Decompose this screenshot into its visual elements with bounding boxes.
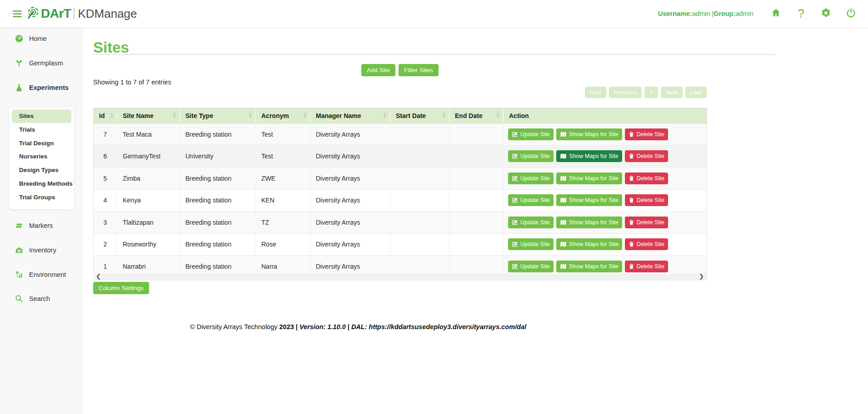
sidebar-item-home[interactable]: Home <box>15 34 47 44</box>
pagination-1[interactable]: 1 <box>644 87 658 98</box>
cell-action: Update SiteShow Maps for SiteDelete Site <box>504 189 707 212</box>
experiments-submenu: SitesTrialsTrial DesignNurseriesDesign T… <box>9 107 74 209</box>
sidebar-item-experiments[interactable]: Experiments <box>15 83 69 93</box>
topbar: DArT KDManage Username:admin |Group:admi… <box>0 0 868 28</box>
column-header-end-date[interactable]: End Date <box>449 108 504 123</box>
cell-acronym: KEN <box>256 189 310 212</box>
column-header-site-name[interactable]: Site Name <box>117 108 180 123</box>
cell-manager-name: Diversity Arrays <box>310 168 390 190</box>
user-info: Username:admin |Group:admin <box>658 10 753 17</box>
column-header-site-type[interactable]: Site Type <box>180 108 256 123</box>
cell-site-name: Tlaltizapan <box>117 212 180 234</box>
cell-site-type: Breeding station <box>180 212 256 234</box>
sidebar-subitem-trial-design[interactable]: Trial Design <box>9 137 74 150</box>
sort-icon <box>303 113 307 118</box>
add-site-button[interactable]: Add Site <box>361 64 395 76</box>
update-site-button[interactable]: Update Site <box>508 238 554 250</box>
show-maps-button[interactable]: Show Maps for Site <box>556 238 622 250</box>
settings-icon[interactable] <box>813 8 838 20</box>
column-header-label: Site Type <box>185 112 213 119</box>
toolbar: Add Site Filter Sites <box>93 64 707 76</box>
sidebar-item-markers[interactable]: Markers <box>15 221 53 231</box>
title-divider <box>93 54 775 55</box>
column-header-label: Start Date <box>396 112 426 119</box>
pagination-next[interactable]: Next <box>661 87 683 98</box>
sidebar-nav: SitesTrialsTrial DesignNurseriesDesign T… <box>0 27 84 414</box>
cell-id: 4 <box>94 189 117 212</box>
delete-site-button[interactable]: Delete Site <box>625 217 668 228</box>
pagination: FirstPrevious1NextLast <box>93 87 707 98</box>
markers-icon <box>15 222 23 230</box>
delete-site-button[interactable]: Delete Site <box>625 238 668 250</box>
cell-end-date <box>449 189 504 212</box>
table-row: 5ZimbaBreeding stationZWEDiversity Array… <box>94 168 707 190</box>
cell-site-type: Breeding station <box>180 233 256 256</box>
update-site-button[interactable]: Update Site <box>508 128 554 140</box>
cell-id: 2 <box>94 233 117 256</box>
cell-manager-name: Diversity Arrays <box>310 212 390 234</box>
cell-id: 5 <box>94 168 117 190</box>
sort-icon <box>496 113 500 118</box>
footer-segment: 2023 <box>279 323 294 330</box>
show-maps-button[interactable]: Show Maps for Site <box>556 261 622 272</box>
cell-start-date <box>390 145 449 168</box>
scroll-left-icon[interactable]: ❮ <box>96 273 101 280</box>
update-site-button[interactable]: Update Site <box>508 172 554 184</box>
update-site-button[interactable]: Update Site <box>508 150 554 162</box>
user-separator: | <box>710 10 713 17</box>
power-icon[interactable] <box>838 8 863 20</box>
sidebar-subitem-trials[interactable]: Trials <box>9 123 74 137</box>
cell-action: Update SiteShow Maps for SiteDelete Site <box>504 168 707 190</box>
cell-start-date <box>390 123 449 146</box>
delete-site-button[interactable]: Delete Site <box>625 128 668 140</box>
column-header-manager-name[interactable]: Manager Name <box>310 108 390 123</box>
sidebar-item-label: Germplasm <box>29 59 63 67</box>
sidebar-subitem-design-types[interactable]: Design Types <box>9 163 74 177</box>
pagination-first[interactable]: First <box>585 87 606 98</box>
show-maps-button[interactable]: Show Maps for Site <box>556 150 622 162</box>
sidebar-item-search[interactable]: Search <box>15 294 50 304</box>
sidebar-subitem-breeding-methods[interactable]: Breeding Methods <box>9 177 74 191</box>
column-header-acronym[interactable]: Acronym <box>256 108 310 123</box>
cell-site-name: Test Maca <box>117 123 180 146</box>
cell-end-date <box>449 168 504 190</box>
pagination-last[interactable]: Last <box>685 87 707 98</box>
cell-site-name: GermanyTest <box>117 145 180 168</box>
cell-acronym: TZ <box>256 212 310 234</box>
delete-site-button[interactable]: Delete Site <box>625 194 668 206</box>
horizontal-scrollbar[interactable]: ❮ ❯ <box>93 274 707 281</box>
show-maps-button[interactable]: Show Maps for Site <box>556 172 622 184</box>
help-icon[interactable]: ? <box>788 8 813 20</box>
scroll-right-icon[interactable]: ❯ <box>699 273 704 280</box>
sidebar-item-germplasm[interactable]: Germplasm <box>15 58 63 68</box>
column-header-start-date[interactable]: Start Date <box>390 108 449 123</box>
show-maps-button[interactable]: Show Maps for Site <box>556 194 622 206</box>
filter-sites-button[interactable]: Filter Sites <box>399 64 439 76</box>
update-site-button[interactable]: Update Site <box>508 194 554 206</box>
sidebar-subitem-trial-groups[interactable]: Trial Groups <box>9 191 74 204</box>
show-maps-button[interactable]: Show Maps for Site <box>556 128 622 140</box>
delete-site-button[interactable]: Delete Site <box>625 172 668 184</box>
cell-end-date <box>449 212 504 234</box>
menu-toggle-icon[interactable] <box>13 9 22 19</box>
cell-id: 6 <box>94 145 117 168</box>
brand-logo[interactable]: DArT KDManage <box>26 6 137 21</box>
pagination-previous[interactable]: Previous <box>609 87 642 98</box>
sidebar-subitem-sites[interactable]: Sites <box>12 109 71 123</box>
sidebar-item-environment[interactable]: Environment <box>15 270 66 280</box>
column-settings-button[interactable]: Column Settings <box>93 282 149 294</box>
show-maps-button[interactable]: Show Maps for Site <box>556 217 622 228</box>
group-value: admin <box>736 10 754 17</box>
cell-manager-name: Diversity Arrays <box>310 189 390 212</box>
delete-site-button[interactable]: Delete Site <box>625 150 668 162</box>
delete-site-button[interactable]: Delete Site <box>625 261 668 272</box>
column-header-id[interactable]: Id <box>94 108 117 123</box>
sidebar-subitem-nurseries[interactable]: Nurseries <box>9 150 74 163</box>
home-icon[interactable] <box>763 8 788 20</box>
update-site-button[interactable]: Update Site <box>508 217 554 228</box>
update-site-button[interactable]: Update Site <box>508 261 554 272</box>
sidebar-item-label: Inventory <box>29 246 56 254</box>
username-value: admin <box>692 10 710 17</box>
sidebar-item-inventory[interactable]: Inventory <box>15 245 56 255</box>
cell-id: 7 <box>94 123 117 146</box>
